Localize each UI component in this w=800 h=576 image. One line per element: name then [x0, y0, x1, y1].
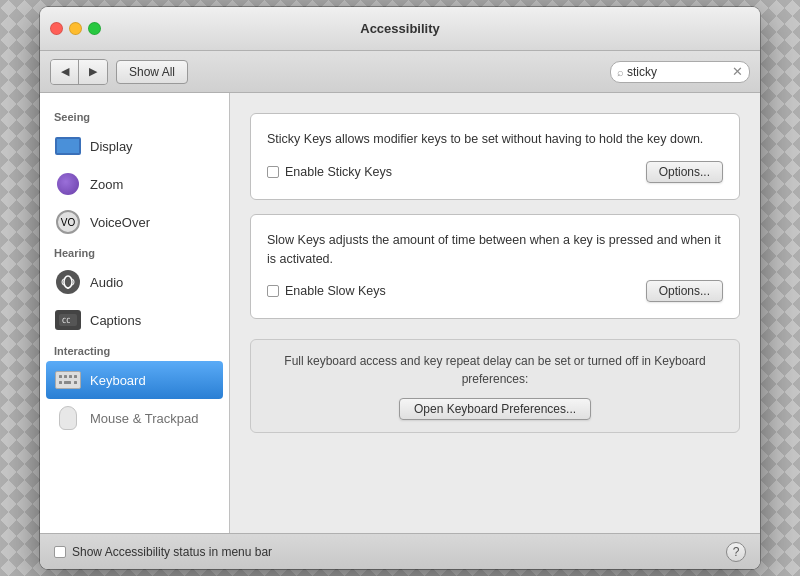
- main-window: Accessibility ◀ ▶ Show All ⌕ ✕ Seeing Di…: [40, 7, 760, 569]
- sidebar-section-seeing: Seeing: [40, 105, 229, 127]
- search-input[interactable]: [627, 65, 732, 79]
- slow-keys-row: Enable Slow Keys Options...: [267, 280, 723, 302]
- slow-keys-checkbox-label[interactable]: Enable Slow Keys: [267, 284, 386, 298]
- sticky-keys-checkbox-label[interactable]: Enable Sticky Keys: [267, 165, 392, 179]
- slow-keys-section: Slow Keys adjusts the amount of time bet…: [250, 214, 740, 320]
- svg-rect-6: [69, 375, 72, 378]
- sidebar-label-display: Display: [90, 139, 133, 154]
- zoom-icon: [57, 173, 79, 195]
- nav-buttons: ◀ ▶: [50, 59, 108, 85]
- minimize-button[interactable]: [69, 22, 82, 35]
- sidebar-label-keyboard: Keyboard: [90, 373, 146, 388]
- sidebar-label-captions: Captions: [90, 313, 141, 328]
- status-checkbox[interactable]: [54, 546, 66, 558]
- svg-rect-10: [74, 381, 77, 384]
- sidebar-item-captions[interactable]: CC Captions: [40, 301, 229, 339]
- svg-rect-7: [74, 375, 77, 378]
- window-title: Accessibility: [360, 21, 440, 36]
- slow-keys-options-button[interactable]: Options...: [646, 280, 723, 302]
- toolbar: ◀ ▶ Show All ⌕ ✕: [40, 51, 760, 93]
- maximize-button[interactable]: [88, 22, 101, 35]
- sidebar-item-keyboard[interactable]: Keyboard: [46, 361, 223, 399]
- sidebar-label-voiceover: VoiceOver: [90, 215, 150, 230]
- keyboard-note-text: Full keyboard access and key repeat dela…: [267, 352, 723, 388]
- sidebar-section-interacting: Interacting: [40, 339, 229, 361]
- keyboard-icon: [55, 371, 81, 389]
- svg-point-0: [64, 276, 72, 288]
- back-button[interactable]: ◀: [51, 60, 79, 84]
- svg-rect-4: [59, 375, 62, 378]
- sidebar-item-mouse-trackpad[interactable]: Mouse & Trackpad: [40, 399, 229, 437]
- mouse-icon: [59, 406, 77, 430]
- svg-rect-8: [59, 381, 62, 384]
- sidebar-label-mouse-trackpad: Mouse & Trackpad: [90, 411, 198, 426]
- keyboard-note-section: Full keyboard access and key repeat dela…: [250, 339, 740, 433]
- sidebar-item-zoom[interactable]: Zoom: [40, 165, 229, 203]
- svg-text:CC: CC: [62, 317, 70, 325]
- sticky-keys-options-button[interactable]: Options...: [646, 161, 723, 183]
- sidebar-item-audio[interactable]: Audio: [40, 263, 229, 301]
- sidebar-label-audio: Audio: [90, 275, 123, 290]
- content-area: Seeing Display Zoom VO VoiceOver Heari: [40, 93, 760, 533]
- search-icon: ⌕: [617, 66, 624, 78]
- titlebar: Accessibility: [40, 7, 760, 51]
- main-panel: Sticky Keys allows modifier keys to be s…: [230, 93, 760, 533]
- sticky-keys-section: Sticky Keys allows modifier keys to be s…: [250, 113, 740, 200]
- open-keyboard-preferences-button[interactable]: Open Keyboard Preferences...: [399, 398, 591, 420]
- voiceover-icon: VO: [56, 210, 80, 234]
- status-label-text: Show Accessibility status in menu bar: [72, 545, 272, 559]
- help-button[interactable]: ?: [726, 542, 746, 562]
- audio-icon: [56, 270, 80, 294]
- captions-icon: CC: [55, 310, 81, 330]
- sticky-keys-description: Sticky Keys allows modifier keys to be s…: [267, 130, 723, 149]
- svg-rect-9: [64, 381, 71, 384]
- sticky-keys-row: Enable Sticky Keys Options...: [267, 161, 723, 183]
- search-clear-button[interactable]: ✕: [732, 65, 743, 78]
- sticky-keys-checkbox[interactable]: [267, 166, 279, 178]
- sticky-keys-label-text: Enable Sticky Keys: [285, 165, 392, 179]
- show-all-button[interactable]: Show All: [116, 60, 188, 84]
- forward-button[interactable]: ▶: [79, 60, 107, 84]
- traffic-lights: [50, 22, 101, 35]
- close-button[interactable]: [50, 22, 63, 35]
- sidebar: Seeing Display Zoom VO VoiceOver Heari: [40, 93, 230, 533]
- sidebar-section-hearing: Hearing: [40, 241, 229, 263]
- status-checkbox-label[interactable]: Show Accessibility status in menu bar: [54, 545, 272, 559]
- slow-keys-description: Slow Keys adjusts the amount of time bet…: [267, 231, 723, 269]
- sidebar-item-voiceover[interactable]: VO VoiceOver: [40, 203, 229, 241]
- display-icon: [55, 137, 81, 155]
- slow-keys-checkbox[interactable]: [267, 285, 279, 297]
- sidebar-item-display[interactable]: Display: [40, 127, 229, 165]
- svg-rect-5: [64, 375, 67, 378]
- slow-keys-label-text: Enable Slow Keys: [285, 284, 386, 298]
- statusbar: Show Accessibility status in menu bar ?: [40, 533, 760, 569]
- search-box: ⌕ ✕: [610, 61, 750, 83]
- sidebar-label-zoom: Zoom: [90, 177, 123, 192]
